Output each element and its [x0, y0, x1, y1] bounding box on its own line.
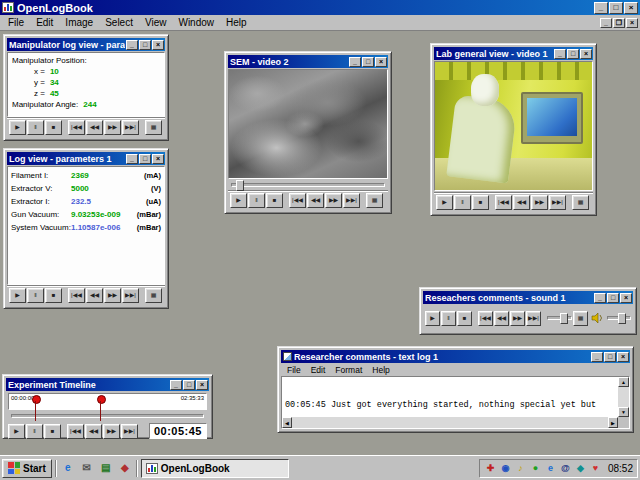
minimize-button[interactable]: _ [594, 293, 606, 303]
scroll-up-button[interactable]: ▲ [618, 377, 629, 387]
scroll-down-button[interactable]: ▼ [618, 407, 629, 417]
pause-button[interactable]: ‖ [248, 193, 265, 208]
titlebar[interactable]: SEM - video 2 _ □ × [228, 55, 388, 68]
timeline-marker[interactable] [32, 395, 39, 421]
skip-end-button[interactable]: ▶▶| [122, 288, 139, 303]
minimize-button[interactable]: _ [126, 40, 138, 50]
volume-slider[interactable] [607, 316, 631, 320]
tray-icon[interactable]: ♥ [589, 462, 602, 475]
forward-button[interactable]: ▶▶ [531, 195, 548, 210]
rewind-button[interactable]: ◀◀ [86, 288, 103, 303]
titlebar[interactable]: Researcher comments - text log 1 _ □ × [281, 350, 630, 363]
menu-select[interactable]: Select [99, 16, 139, 29]
stop-button[interactable]: ■ [45, 120, 62, 135]
quicklaunch-desktop-icon[interactable]: ▤ [98, 460, 114, 476]
stop-button[interactable]: ■ [266, 193, 283, 208]
rewind-button[interactable]: ◀◀ [86, 120, 103, 135]
stop-button[interactable]: ■ [45, 288, 62, 303]
scroll-right-button[interactable]: ▶ [608, 417, 618, 428]
minimize-button[interactable]: _ [591, 352, 603, 362]
skip-end-button[interactable]: ▶▶| [549, 195, 566, 210]
minimize-button[interactable]: _ [170, 380, 182, 390]
skip-start-button[interactable]: |◀◀ [68, 120, 85, 135]
play-button[interactable]: ▶ [8, 424, 25, 439]
play-button[interactable]: ▶ [230, 193, 247, 208]
mdi-minimize-button[interactable]: _ [600, 18, 612, 28]
quicklaunch-mail-icon[interactable]: ✉ [79, 460, 95, 476]
skip-end-button[interactable]: ▶▶| [122, 120, 139, 135]
tray-icon[interactable]: ◉ [499, 462, 512, 475]
forward-button[interactable]: ▶▶ [104, 120, 121, 135]
close-button[interactable]: × [375, 57, 387, 67]
maximize-button[interactable]: □ [362, 57, 374, 67]
close-button[interactable]: × [624, 2, 638, 14]
forward-button[interactable]: ▶▶ [103, 424, 120, 439]
timeline-marker[interactable] [97, 395, 104, 421]
rewind-button[interactable]: ◀◀ [85, 424, 102, 439]
titlebar[interactable]: Lab general view - video 1 _ □ × [434, 47, 593, 60]
slider-thumb[interactable] [236, 180, 244, 191]
stop-button[interactable]: ■ [457, 311, 472, 326]
play-button[interactable]: ▶ [9, 120, 26, 135]
titlebar[interactable]: Experiment Timeline _ □ × [6, 378, 209, 391]
pause-button[interactable]: ‖ [26, 424, 43, 439]
menu-image[interactable]: Image [59, 16, 99, 29]
quicklaunch-channels-icon[interactable]: ◆ [117, 460, 133, 476]
maximize-button[interactable]: □ [139, 154, 151, 164]
taskbar-task-openlogbook[interactable]: OpenLogBook [141, 459, 289, 478]
menu-view[interactable]: View [139, 16, 173, 29]
maximize-button[interactable]: □ [609, 2, 623, 14]
titlebar[interactable]: Reseachers comments - sound 1 _ □ × [423, 291, 633, 304]
close-button[interactable]: × [580, 49, 592, 59]
maximize-button[interactable]: □ [607, 293, 619, 303]
speaker-icon[interactable] [591, 312, 604, 324]
maximize-button[interactable]: □ [604, 352, 616, 362]
skip-start-button[interactable]: |◀◀ [478, 311, 493, 326]
minimize-button[interactable]: _ [554, 49, 566, 59]
skip-end-button[interactable]: ▶▶| [526, 311, 541, 326]
titlebar[interactable]: Manipulator log view - parameters 2 _ □ … [7, 38, 165, 51]
pause-button[interactable]: ‖ [27, 120, 44, 135]
grid-button[interactable]: ▦ [145, 288, 162, 303]
volume-thumb[interactable] [618, 313, 626, 324]
menu-file[interactable]: File [2, 16, 30, 29]
skip-start-button[interactable]: |◀◀ [495, 195, 512, 210]
tray-icon[interactable]: e [544, 462, 557, 475]
menu-format[interactable]: Format [330, 365, 367, 375]
rewind-button[interactable]: ◀◀ [494, 311, 509, 326]
stop-button[interactable]: ■ [472, 195, 489, 210]
pause-button[interactable]: ‖ [27, 288, 44, 303]
tray-icon[interactable]: ♪ [514, 462, 527, 475]
skip-end-button[interactable]: ▶▶| [121, 424, 138, 439]
grid-button[interactable]: ▦ [572, 195, 589, 210]
tray-icon[interactable]: ✚ [484, 462, 497, 475]
scroll-left-button[interactable]: ◀ [282, 417, 292, 428]
close-button[interactable]: × [196, 380, 208, 390]
forward-button[interactable]: ▶▶ [510, 311, 525, 326]
audio-seek-slider[interactable] [547, 316, 572, 320]
skip-start-button[interactable]: |◀◀ [67, 424, 84, 439]
tray-icon[interactable]: ● [529, 462, 542, 475]
close-button[interactable]: × [617, 352, 629, 362]
forward-button[interactable]: ▶▶ [325, 193, 342, 208]
play-button[interactable]: ▶ [436, 195, 453, 210]
menu-edit[interactable]: Edit [30, 16, 59, 29]
close-button[interactable]: × [152, 154, 164, 164]
horizontal-scrollbar[interactable]: ◀ ▶ [282, 417, 618, 428]
grid-button[interactable]: ▦ [366, 193, 383, 208]
quicklaunch-browser-icon[interactable]: e [60, 460, 76, 476]
timeline-slider[interactable] [11, 414, 204, 418]
close-button[interactable]: × [620, 293, 632, 303]
tray-icon[interactable]: @ [559, 462, 572, 475]
grid-button[interactable]: ▦ [573, 311, 588, 326]
mdi-close-button[interactable]: × [626, 18, 638, 28]
titlebar[interactable]: Log view - parameters 1 _ □ × [7, 152, 165, 165]
menu-window[interactable]: Window [172, 16, 220, 29]
textlog-editor[interactable]: 00:05:45 Just got everything started, no… [281, 376, 630, 429]
skip-start-button[interactable]: |◀◀ [289, 193, 306, 208]
seek-slider[interactable] [231, 183, 385, 187]
skip-end-button[interactable]: ▶▶| [343, 193, 360, 208]
pause-button[interactable]: ‖ [454, 195, 471, 210]
slider-thumb[interactable] [560, 313, 568, 324]
mdi-restore-button[interactable]: ❐ [613, 18, 625, 28]
